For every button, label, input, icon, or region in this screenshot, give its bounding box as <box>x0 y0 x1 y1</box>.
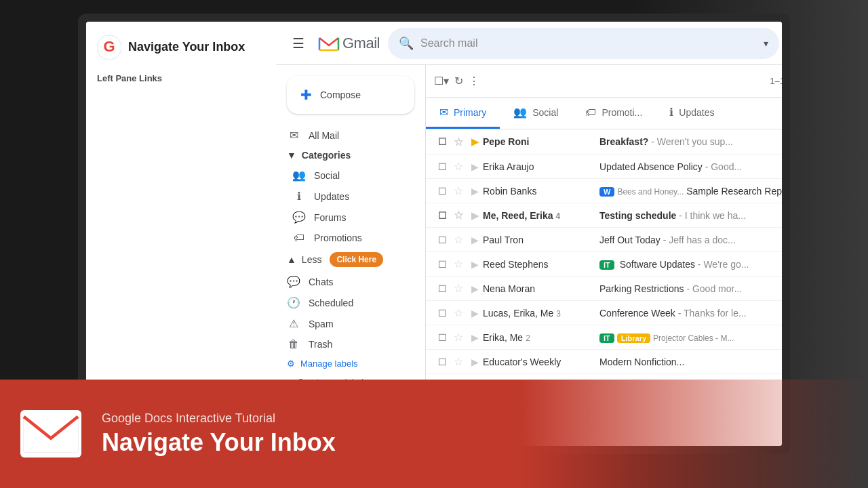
email-row[interactable]: ☐ ☆ ▶ Me, Reed, Erika4 Testing schedule … <box>426 203 782 228</box>
bottom-subtitle: Google Docs Interactive Tutorial <box>102 411 336 426</box>
nav-item-chats[interactable]: 💬 Chats <box>276 271 425 292</box>
nav-item-forums[interactable]: 💬 Forums <box>281 207 425 228</box>
updates-icon: ℹ <box>292 190 306 203</box>
row-star[interactable]: ☆ <box>450 233 467 246</box>
primary-tab-label: Primary <box>454 107 486 118</box>
social-icon: 👥 <box>292 169 306 182</box>
settings-icon: ⚙ <box>287 359 295 369</box>
tab-social[interactable]: 👥 Social <box>500 98 572 129</box>
email-row[interactable]: ☐ ☆ ▶ Robin Banks WBees and Honey... Sam… <box>426 179 782 203</box>
search-bar[interactable]: 🔍 Search mail ▾ <box>388 28 779 59</box>
nav-item-scheduled[interactable]: 🕐 Scheduled <box>276 292 425 313</box>
row-checkbox[interactable]: ☐ <box>434 161 450 172</box>
more-options-icon[interactable]: ⋮ <box>469 75 479 87</box>
row-star[interactable]: ☆ <box>450 136 467 148</box>
mail-icon-large <box>20 410 81 458</box>
manage-labels-text: Manage labels <box>300 359 358 369</box>
search-dropdown-icon[interactable]: ▾ <box>764 38 768 49</box>
row-star[interactable]: ☆ <box>450 355 467 368</box>
row-subject: IT Software Updates - We're go... <box>591 259 782 270</box>
chats-label: Chats <box>309 277 334 287</box>
gmail-text: Gmail <box>342 35 380 52</box>
nav-item-social[interactable]: 👥 Social <box>281 165 425 186</box>
social-tab-icon: 👥 <box>513 106 527 119</box>
row-subject: WBees and Honey... Sample Research Repor… <box>591 186 782 197</box>
row-checkbox[interactable]: ☐ <box>434 332 450 343</box>
primary-tab-icon: ✉ <box>439 106 448 119</box>
tab-updates[interactable]: ℹ Updates <box>656 98 728 129</box>
select-checkbox[interactable]: ☐▾ <box>434 75 449 87</box>
row-important[interactable]: ▶ <box>467 136 483 147</box>
nav-item-promotions[interactable]: 🏷 Promotions <box>281 228 425 248</box>
row-subject: Modern Nonfiction... <box>591 357 782 367</box>
row-subject: Parking Restrictions - Good mor... <box>591 283 782 294</box>
email-row[interactable]: ☐ ☆ ▶ Pepe Roni Breakfast? - Weren't you… <box>426 129 782 155</box>
email-row[interactable]: ☐ ☆ ▶ Nena Moran Parking Restrictions - … <box>426 277 782 301</box>
social-tab-label: Social <box>532 107 558 118</box>
row-important[interactable]: ▶ <box>467 332 483 343</box>
tag-badge: IT <box>599 333 614 343</box>
svg-text:G: G <box>103 38 115 55</box>
row-star[interactable]: ☆ <box>450 184 467 197</box>
nav-categories-header[interactable]: ▼ Categories <box>276 146 425 165</box>
nav-item-spam[interactable]: ⚠ Spam <box>276 313 425 334</box>
row-important[interactable]: ▶ <box>467 283 483 294</box>
categories-label: Categories <box>302 150 351 161</box>
email-row[interactable]: ☐ ☆ ▶ Educator's Weekly Modern Nonfictio… <box>426 350 782 374</box>
row-important[interactable]: ▶ <box>467 210 483 221</box>
email-count: 3 <box>556 309 561 319</box>
all-mail-label: All Mail <box>309 130 339 141</box>
trash-icon: 🗑 <box>287 338 300 350</box>
row-checkbox[interactable]: ☐ <box>434 259 450 270</box>
row-checkbox[interactable]: ☐ <box>434 308 450 319</box>
tab-promotions[interactable]: 🏷 Promoti... <box>572 98 656 129</box>
social-label: Social <box>314 170 340 181</box>
pagination-text: 1–10 of 194 <box>770 76 782 86</box>
less-row[interactable]: ▲ Less Click Here <box>276 248 425 271</box>
row-star[interactable]: ☆ <box>450 306 467 319</box>
nav-item-updates[interactable]: ℹ Updates <box>281 186 425 207</box>
nav-item-all-mail[interactable]: ✉ All Mail <box>276 125 425 146</box>
row-star[interactable]: ☆ <box>450 282 467 295</box>
row-star[interactable]: ☆ <box>450 258 467 270</box>
email-row[interactable]: ☐ ☆ ▶ Reed Stephens IT Software Updates … <box>426 252 782 277</box>
row-important[interactable]: ▶ <box>467 186 483 197</box>
tag-badge: W <box>599 187 614 197</box>
email-row[interactable]: ☐ ☆ ▶ Lucas, Erika, Me3 Conference Week … <box>426 301 782 325</box>
row-sender: Pepe Roni <box>483 136 591 147</box>
categories-arrow-icon: ▼ <box>287 150 296 161</box>
row-checkbox[interactable]: ☐ <box>434 210 450 221</box>
subject-text: Modern Nonfiction... <box>599 357 684 367</box>
search-input[interactable]: Search mail <box>420 37 757 49</box>
email-row[interactable]: ☐ ☆ ▶ Paul Tron Jeff Out Today - Jeff ha… <box>426 228 782 252</box>
click-here-badge[interactable]: Click Here <box>330 252 383 267</box>
row-star[interactable]: ☆ <box>450 331 467 344</box>
preview-text: - Jeff has a doc... <box>663 235 736 245</box>
row-checkbox[interactable]: ☐ <box>434 136 450 147</box>
row-sender: Paul Tron <box>483 235 591 245</box>
email-row[interactable]: ☐ ☆ ▶ Erika, Me2 ITLibraryProjector Cabl… <box>426 325 782 350</box>
nav-item-trash[interactable]: 🗑 Trash <box>276 334 425 354</box>
manage-labels-link[interactable]: ⚙ Manage labels <box>276 354 425 373</box>
preview-text: - Thanks for le... <box>678 308 747 319</box>
row-important[interactable]: ▶ <box>467 235 483 245</box>
row-important[interactable]: ▶ <box>467 259 483 270</box>
row-checkbox[interactable]: ☐ <box>434 357 450 367</box>
refresh-icon[interactable]: ↻ <box>454 75 463 87</box>
row-important[interactable]: ▶ <box>467 357 483 367</box>
row-star[interactable]: ☆ <box>450 160 467 173</box>
tab-primary[interactable]: ✉ Primary <box>426 98 500 129</box>
row-important[interactable]: ▶ <box>467 308 483 319</box>
hamburger-icon[interactable]: ☰ <box>287 30 310 57</box>
row-star[interactable]: ☆ <box>450 209 467 222</box>
row-checkbox[interactable]: ☐ <box>434 283 450 294</box>
row-important[interactable]: ▶ <box>467 161 483 172</box>
subject-text: Updated Absence Policy <box>599 161 703 172</box>
subject-text: Sample Research Report <box>686 186 782 197</box>
email-row[interactable]: ☐ ☆ ▶ Erika Araujo Updated Absence Polic… <box>426 155 782 179</box>
row-subject: ITLibraryProjector Cables - M... <box>591 332 782 343</box>
row-checkbox[interactable]: ☐ <box>434 186 450 197</box>
bottom-title: Navigate Your Inbox <box>102 428 336 457</box>
row-checkbox[interactable]: ☐ <box>434 235 450 245</box>
compose-button[interactable]: ✚ Compose <box>287 76 414 114</box>
